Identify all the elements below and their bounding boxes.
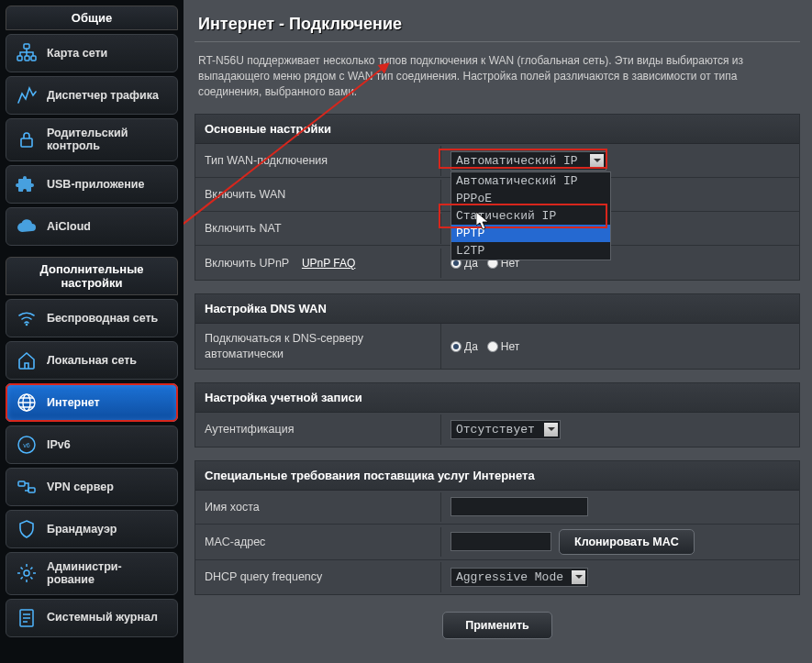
clone-mac-button[interactable]: Клонировать MAC bbox=[559, 529, 695, 555]
dhcp-freq-select[interactable]: Aggressive Mode bbox=[450, 568, 588, 587]
label-enable-wan: Включить WAN bbox=[195, 180, 441, 209]
nav-label: USB-приложение bbox=[47, 178, 145, 191]
sidebar-item-aicloud[interactable]: AiCloud bbox=[6, 207, 178, 246]
svg-text:v6: v6 bbox=[23, 442, 30, 448]
wan-type-value: Автоматический IP bbox=[456, 154, 578, 168]
nav-label: Карта сети bbox=[47, 47, 107, 60]
nav-label: Брандмауэр bbox=[47, 523, 117, 536]
option-l2tp[interactable]: L2TP bbox=[451, 242, 610, 260]
chevron-down-icon bbox=[572, 570, 585, 584]
svg-rect-4 bbox=[21, 138, 32, 147]
puzzle-icon bbox=[16, 173, 38, 195]
shield-icon bbox=[16, 518, 38, 540]
apply-button[interactable]: Применить bbox=[442, 612, 552, 639]
upnp-faq-link[interactable]: UPnP FAQ bbox=[302, 257, 355, 270]
isp-settings-group: Специальные требования поставщика услуг … bbox=[195, 460, 800, 595]
row-auth: Аутентификация Отсутствует bbox=[195, 413, 799, 447]
nav-label: Беспроводная сеть bbox=[47, 312, 158, 325]
lock-icon bbox=[16, 128, 38, 150]
chevron-down-icon bbox=[544, 423, 558, 436]
dns-no[interactable]: Нет bbox=[487, 340, 519, 353]
svg-rect-0 bbox=[24, 44, 29, 49]
label-dns-auto: Подключаться к DNS-серверу автоматически bbox=[195, 324, 441, 369]
general-section-header: Общие bbox=[6, 6, 178, 30]
label-mac: MAC-адрес bbox=[195, 527, 441, 557]
nav-label: VPN сервер bbox=[47, 481, 114, 493]
svg-point-5 bbox=[26, 323, 28, 326]
apply-wrap: Применить bbox=[195, 608, 800, 639]
sidebar-item-syslog[interactable]: Системный журнал bbox=[6, 599, 178, 637]
sidebar-item-firewall[interactable]: Брандмауэр bbox=[6, 510, 178, 548]
radio-icon bbox=[487, 341, 498, 352]
sidebar-item-internet[interactable]: Интернет bbox=[6, 383, 178, 422]
nav-label: Родительский контроль bbox=[47, 127, 168, 153]
label-enable-upnp: Включить UPnP UPnP FAQ bbox=[195, 249, 441, 279]
label-wan-type: Тип WAN-подключения bbox=[195, 146, 441, 175]
nav-label: Локальная сеть bbox=[47, 354, 137, 367]
divider bbox=[195, 41, 800, 42]
chevron-down-icon bbox=[590, 154, 604, 168]
wifi-icon bbox=[16, 307, 38, 329]
sidebar-item-parental-control[interactable]: Родительский контроль bbox=[6, 118, 178, 161]
wan-type-dropdown: Автоматический IP PPPoE Статический IP P… bbox=[450, 171, 611, 260]
gear-icon bbox=[16, 562, 38, 584]
option-pptp[interactable]: PPTP bbox=[451, 225, 610, 242]
label-auth: Аутентификация bbox=[195, 414, 441, 444]
option-static-ip[interactable]: Статический IP bbox=[451, 207, 610, 225]
journal-icon bbox=[16, 607, 38, 629]
dhcp-value: Aggressive Mode bbox=[456, 570, 563, 584]
sidebar-item-usb-app[interactable]: USB-приложение bbox=[6, 165, 178, 204]
svg-rect-11 bbox=[28, 488, 35, 492]
cloud-icon bbox=[16, 215, 38, 238]
page-description: RT-N56U поддерживает несколько типов под… bbox=[195, 50, 800, 114]
globe-icon bbox=[16, 392, 38, 414]
account-settings-group: Настройка учетной записи Аутентификация … bbox=[195, 382, 800, 448]
nav-label: AiCloud bbox=[47, 220, 91, 233]
dns-radio-group: Да Нет bbox=[450, 340, 519, 353]
page-title: Интернет - Подключение bbox=[195, 9, 812, 41]
auth-select[interactable]: Отсутствует bbox=[450, 420, 561, 439]
group-header-isp: Специальные требования поставщика услуг … bbox=[195, 461, 799, 491]
advanced-section-header: Дополнительные настройки bbox=[6, 257, 178, 295]
row-mac: MAC-адрес Клонировать MAC bbox=[195, 525, 799, 560]
row-dns-auto: Подключаться к DNS-серверу автоматически… bbox=[195, 324, 799, 369]
svg-rect-3 bbox=[31, 56, 36, 61]
row-dhcp-freq: DHCP query frequency Aggressive Mode bbox=[195, 560, 799, 594]
network-map-icon bbox=[16, 42, 38, 64]
wan-type-select[interactable]: Автоматический IP bbox=[450, 151, 606, 171]
upnp-label-text: Включить UPnP bbox=[205, 257, 289, 270]
option-pppoe[interactable]: PPPoE bbox=[451, 190, 610, 207]
home-icon bbox=[16, 349, 38, 371]
svg-rect-1 bbox=[17, 56, 22, 61]
sidebar-item-traffic-manager[interactable]: Диспетчер трафика bbox=[6, 76, 178, 115]
sidebar-item-wireless[interactable]: Беспроводная сеть bbox=[6, 299, 178, 337]
group-header-account: Настройка учетной записи bbox=[195, 383, 799, 413]
option-auto-ip[interactable]: Автоматический IP bbox=[451, 172, 610, 190]
nav-label: IPv6 bbox=[47, 438, 71, 451]
sidebar-item-ipv6[interactable]: v6 IPv6 bbox=[6, 425, 178, 464]
svg-point-12 bbox=[24, 570, 29, 576]
nav-label: Системный журнал bbox=[47, 611, 158, 624]
auth-value: Отсутствует bbox=[456, 423, 535, 436]
label-hostname: Имя хоста bbox=[195, 492, 441, 522]
sidebar-item-network-map[interactable]: Карта сети bbox=[6, 34, 178, 72]
row-hostname: Имя хоста bbox=[195, 491, 799, 525]
nav-label: Диспетчер трафика bbox=[47, 89, 159, 102]
ipv6-icon: v6 bbox=[16, 434, 38, 456]
basic-settings-group: Основные настройки Тип WAN-подключения А… bbox=[195, 114, 800, 281]
radio-icon bbox=[450, 341, 462, 352]
hostname-input[interactable] bbox=[450, 497, 588, 516]
sidebar: Общие Карта сети Диспетчер трафика Родит… bbox=[0, 0, 184, 663]
dns-yes[interactable]: Да bbox=[450, 340, 478, 353]
sidebar-item-vpn[interactable]: VPN сервер bbox=[6, 468, 178, 506]
sidebar-item-lan[interactable]: Локальная сеть bbox=[6, 341, 178, 380]
sidebar-item-administration[interactable]: Администри-рование bbox=[6, 552, 178, 595]
group-header-basic: Основные настройки bbox=[195, 115, 799, 144]
label-enable-nat: Включить NAT bbox=[195, 214, 441, 243]
mac-input[interactable] bbox=[450, 532, 551, 551]
main-content: Интернет - Подключение RT-N56U поддержив… bbox=[184, 0, 812, 663]
svg-rect-2 bbox=[25, 56, 29, 61]
group-header-dns: Настройка DNS WAN bbox=[195, 294, 799, 324]
svg-rect-10 bbox=[18, 481, 25, 486]
nav-label: Интернет bbox=[47, 396, 100, 409]
